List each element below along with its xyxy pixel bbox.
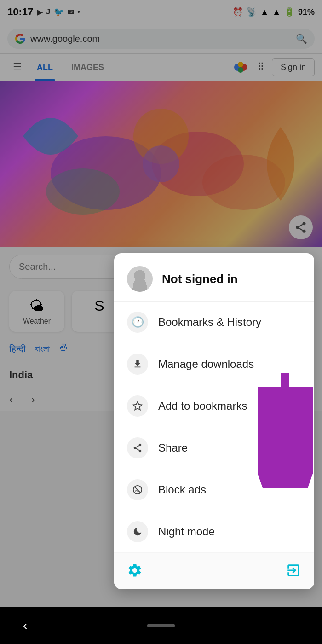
settings-button[interactable] xyxy=(127,563,143,580)
block-ads-icon: A xyxy=(127,479,148,500)
history-icon: 🕐 xyxy=(127,312,148,333)
menu-item-share-label: Share xyxy=(158,441,188,454)
menu-item-downloads-label: Manage downloads xyxy=(158,358,254,371)
share-icon xyxy=(127,437,148,458)
back-button[interactable]: ‹ xyxy=(23,618,27,633)
download-icon xyxy=(127,354,148,375)
menu-item-bookmarks-label: Bookmarks & History xyxy=(158,316,261,329)
menu-item-add-bookmark-label: Add to bookmarks xyxy=(158,400,247,412)
bottom-nav-bar: ‹ xyxy=(0,607,322,644)
home-indicator[interactable] xyxy=(147,624,175,627)
night-mode-icon xyxy=(127,521,148,542)
exit-icon xyxy=(286,563,301,578)
svg-point-16 xyxy=(139,444,142,447)
svg-point-17 xyxy=(134,447,137,449)
menu-footer xyxy=(114,553,314,589)
svg-line-19 xyxy=(136,448,139,450)
svg-line-20 xyxy=(136,446,139,447)
exit-button[interactable] xyxy=(286,563,301,580)
menu-item-bookmarks[interactable]: 🕐 Bookmarks & History xyxy=(114,302,314,343)
bookmark-icon xyxy=(127,395,148,417)
menu-item-night-mode-label: Night mode xyxy=(158,525,215,538)
menu-item-night-mode[interactable]: Night mode xyxy=(114,511,314,553)
settings-icon xyxy=(127,563,143,578)
menu-header[interactable]: Not signed in xyxy=(114,253,314,302)
menu-item-block-ads-label: Block ads xyxy=(158,483,206,496)
avatar-silhouette xyxy=(127,266,153,292)
menu-title: Not signed in xyxy=(162,272,238,286)
avatar xyxy=(127,266,153,292)
svg-text:A: A xyxy=(135,488,138,493)
purple-arrow xyxy=(258,368,313,488)
svg-point-18 xyxy=(139,450,142,453)
svg-marker-15 xyxy=(133,402,142,410)
